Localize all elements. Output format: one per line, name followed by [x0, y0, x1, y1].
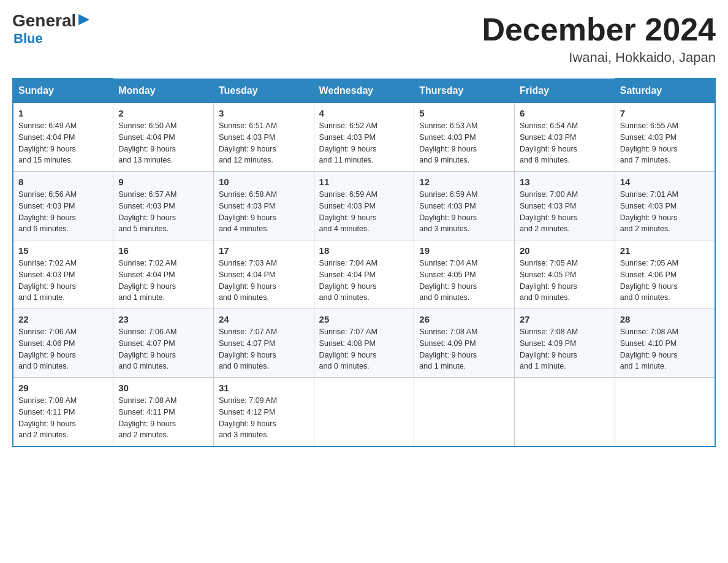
title-block: December 2024 Iwanai, Hokkaido, Japan: [482, 12, 716, 66]
day-info: Sunrise: 6:57 AM Sunset: 4:03 PM Dayligh…: [118, 189, 208, 235]
day-info: Sunrise: 7:02 AM Sunset: 4:04 PM Dayligh…: [118, 258, 208, 304]
day-number: 5: [419, 108, 509, 118]
day-number: 26: [419, 314, 509, 324]
weekday-header-tuesday: Tuesday: [213, 79, 314, 103]
day-number: 21: [620, 245, 710, 256]
day-number: 28: [620, 314, 710, 324]
day-number: 8: [18, 177, 108, 187]
day-info: Sunrise: 7:08 AM Sunset: 4:11 PM Dayligh…: [18, 395, 108, 441]
day-info: Sunrise: 7:08 AM Sunset: 4:09 PM Dayligh…: [520, 326, 610, 372]
weekday-header-saturday: Saturday: [615, 79, 715, 103]
day-number: 27: [520, 314, 610, 324]
day-info: Sunrise: 7:06 AM Sunset: 4:06 PM Dayligh…: [18, 326, 108, 372]
day-info: Sunrise: 7:07 AM Sunset: 4:08 PM Dayligh…: [319, 326, 409, 372]
day-info: Sunrise: 6:51 AM Sunset: 4:03 PM Dayligh…: [219, 120, 309, 166]
calendar-cell: 30Sunrise: 7:08 AM Sunset: 4:11 PM Dayli…: [113, 378, 214, 447]
calendar-cell: 18Sunrise: 7:04 AM Sunset: 4:04 PM Dayli…: [314, 240, 414, 309]
calendar-cell: 20Sunrise: 7:05 AM Sunset: 4:05 PM Dayli…: [515, 240, 615, 309]
day-number: 13: [520, 177, 610, 187]
day-info: Sunrise: 7:07 AM Sunset: 4:07 PM Dayligh…: [219, 326, 309, 372]
day-info: Sunrise: 6:49 AM Sunset: 4:04 PM Dayligh…: [18, 120, 108, 166]
calendar-week-row: 8Sunrise: 6:56 AM Sunset: 4:03 PM Daylig…: [13, 172, 715, 240]
day-info: Sunrise: 7:04 AM Sunset: 4:04 PM Dayligh…: [319, 258, 409, 304]
calendar-cell: 22Sunrise: 7:06 AM Sunset: 4:06 PM Dayli…: [13, 309, 113, 378]
calendar-cell: 2Sunrise: 6:50 AM Sunset: 4:04 PM Daylig…: [113, 103, 214, 172]
calendar-cell: 21Sunrise: 7:05 AM Sunset: 4:06 PM Dayli…: [615, 240, 715, 309]
day-info: Sunrise: 7:08 AM Sunset: 4:10 PM Dayligh…: [620, 326, 710, 372]
calendar-table: SundayMondayTuesdayWednesdayThursdayFrid…: [12, 78, 716, 447]
day-number: 3: [219, 108, 309, 118]
day-info: Sunrise: 6:55 AM Sunset: 4:03 PM Dayligh…: [620, 120, 710, 166]
day-number: 23: [118, 314, 208, 324]
svg-marker-0: [78, 14, 89, 25]
day-info: Sunrise: 7:00 AM Sunset: 4:03 PM Dayligh…: [520, 189, 610, 235]
day-info: Sunrise: 6:56 AM Sunset: 4:03 PM Dayligh…: [18, 189, 108, 235]
day-info: Sunrise: 7:02 AM Sunset: 4:03 PM Dayligh…: [18, 258, 108, 304]
weekday-header-monday: Monday: [113, 79, 214, 103]
calendar-cell: 24Sunrise: 7:07 AM Sunset: 4:07 PM Dayli…: [213, 309, 314, 378]
day-info: Sunrise: 6:58 AM Sunset: 4:03 PM Dayligh…: [219, 189, 309, 235]
day-number: 1: [18, 108, 108, 118]
day-info: Sunrise: 7:08 AM Sunset: 4:09 PM Dayligh…: [419, 326, 509, 372]
day-number: 31: [219, 383, 309, 393]
calendar-cell: 5Sunrise: 6:53 AM Sunset: 4:03 PM Daylig…: [414, 103, 515, 172]
day-info: Sunrise: 6:54 AM Sunset: 4:03 PM Dayligh…: [520, 120, 610, 166]
calendar-cell: 11Sunrise: 6:59 AM Sunset: 4:03 PM Dayli…: [314, 172, 414, 240]
calendar-cell: 3Sunrise: 6:51 AM Sunset: 4:03 PM Daylig…: [213, 103, 314, 172]
day-number: 11: [319, 177, 409, 187]
calendar-week-row: 1Sunrise: 6:49 AM Sunset: 4:04 PM Daylig…: [13, 103, 715, 172]
calendar-cell: 28Sunrise: 7:08 AM Sunset: 4:10 PM Dayli…: [615, 309, 715, 378]
day-number: 19: [419, 245, 509, 256]
weekday-header-friday: Friday: [515, 79, 615, 103]
calendar-cell: 15Sunrise: 7:02 AM Sunset: 4:03 PM Dayli…: [13, 240, 113, 309]
day-info: Sunrise: 7:08 AM Sunset: 4:11 PM Dayligh…: [118, 395, 208, 441]
day-number: 18: [319, 245, 409, 256]
weekday-header-thursday: Thursday: [414, 79, 515, 103]
page-header: General Blue December 2024 Iwanai, Hokka…: [12, 12, 716, 66]
calendar-cell: 6Sunrise: 6:54 AM Sunset: 4:03 PM Daylig…: [515, 103, 615, 172]
day-number: 12: [419, 177, 509, 187]
day-info: Sunrise: 7:05 AM Sunset: 4:06 PM Dayligh…: [620, 258, 710, 304]
day-number: 6: [520, 108, 610, 118]
calendar-week-row: 22Sunrise: 7:06 AM Sunset: 4:06 PM Dayli…: [13, 309, 715, 378]
day-number: 15: [18, 245, 108, 256]
day-info: Sunrise: 7:03 AM Sunset: 4:04 PM Dayligh…: [219, 258, 309, 304]
logo-arrow-icon: [77, 13, 91, 26]
calendar-week-row: 15Sunrise: 7:02 AM Sunset: 4:03 PM Dayli…: [13, 240, 715, 309]
calendar-week-row: 29Sunrise: 7:08 AM Sunset: 4:11 PM Dayli…: [13, 378, 715, 447]
calendar-cell: [314, 378, 414, 447]
logo-blue: Blue: [13, 31, 43, 47]
calendar-cell: [615, 378, 715, 447]
day-info: Sunrise: 7:01 AM Sunset: 4:03 PM Dayligh…: [620, 189, 710, 235]
calendar-cell: 17Sunrise: 7:03 AM Sunset: 4:04 PM Dayli…: [213, 240, 314, 309]
calendar-cell: 10Sunrise: 6:58 AM Sunset: 4:03 PM Dayli…: [213, 172, 314, 240]
day-info: Sunrise: 6:50 AM Sunset: 4:04 PM Dayligh…: [118, 120, 208, 166]
day-info: Sunrise: 6:59 AM Sunset: 4:03 PM Dayligh…: [319, 189, 409, 235]
calendar-cell: 25Sunrise: 7:07 AM Sunset: 4:08 PM Dayli…: [314, 309, 414, 378]
day-number: 9: [118, 177, 208, 187]
day-number: 24: [219, 314, 309, 324]
calendar-cell: 31Sunrise: 7:09 AM Sunset: 4:12 PM Dayli…: [213, 378, 314, 447]
calendar-cell: 14Sunrise: 7:01 AM Sunset: 4:03 PM Dayli…: [615, 172, 715, 240]
day-info: Sunrise: 7:05 AM Sunset: 4:05 PM Dayligh…: [520, 258, 610, 304]
calendar-cell: 27Sunrise: 7:08 AM Sunset: 4:09 PM Dayli…: [515, 309, 615, 378]
day-info: Sunrise: 6:59 AM Sunset: 4:03 PM Dayligh…: [419, 189, 509, 235]
day-number: 17: [219, 245, 309, 256]
day-number: 20: [520, 245, 610, 256]
month-title: December 2024: [482, 12, 716, 47]
day-info: Sunrise: 7:09 AM Sunset: 4:12 PM Dayligh…: [219, 395, 309, 441]
logo: General Blue: [12, 12, 91, 47]
calendar-cell: 4Sunrise: 6:52 AM Sunset: 4:03 PM Daylig…: [314, 103, 414, 172]
day-number: 10: [219, 177, 309, 187]
day-number: 25: [319, 314, 409, 324]
calendar-cell: 26Sunrise: 7:08 AM Sunset: 4:09 PM Dayli…: [414, 309, 515, 378]
calendar-cell: 9Sunrise: 6:57 AM Sunset: 4:03 PM Daylig…: [113, 172, 214, 240]
calendar-cell: 19Sunrise: 7:04 AM Sunset: 4:05 PM Dayli…: [414, 240, 515, 309]
calendar-cell: 29Sunrise: 7:08 AM Sunset: 4:11 PM Dayli…: [13, 378, 113, 447]
calendar-cell: 23Sunrise: 7:06 AM Sunset: 4:07 PM Dayli…: [113, 309, 214, 378]
calendar-cell: 8Sunrise: 6:56 AM Sunset: 4:03 PM Daylig…: [13, 172, 113, 240]
day-info: Sunrise: 7:04 AM Sunset: 4:05 PM Dayligh…: [419, 258, 509, 304]
calendar-cell: 7Sunrise: 6:55 AM Sunset: 4:03 PM Daylig…: [615, 103, 715, 172]
day-number: 14: [620, 177, 710, 187]
location: Iwanai, Hokkaido, Japan: [482, 50, 716, 66]
